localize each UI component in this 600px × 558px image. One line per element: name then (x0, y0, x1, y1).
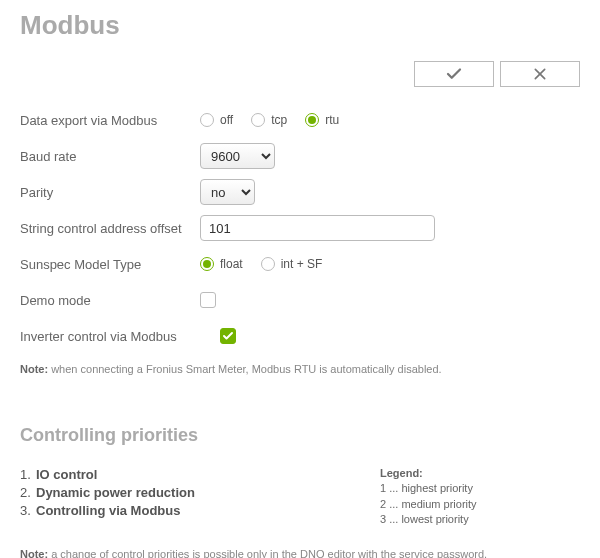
select-baud-rate[interactable]: 9600 (200, 143, 275, 169)
row-data-export: Data export via Modbus off tcp rtu (20, 107, 580, 133)
radio-label-rtu[interactable]: rtu (325, 113, 339, 127)
note-prefix: Note: (20, 363, 48, 375)
toolbar (20, 61, 580, 87)
page-title: Modbus (20, 10, 580, 41)
list-item: 3.Controlling via Modbus (20, 502, 195, 520)
label-demo-mode: Demo mode (20, 293, 200, 308)
priorities-list: 1.IO control 2.Dynamic power reduction 3… (20, 466, 195, 528)
radio-label-float[interactable]: float (220, 257, 243, 271)
label-sunspec: Sunspec Model Type (20, 257, 200, 272)
legend-line: 2 ... medium priority (380, 497, 580, 512)
label-string-offset: String control address offset (20, 221, 200, 236)
radio-sunspec-float-group[interactable]: float (200, 257, 253, 271)
radio-data-export-off-group[interactable]: off (200, 113, 243, 127)
row-string-offset: String control address offset (20, 215, 580, 241)
list-item: 2.Dynamic power reduction (20, 484, 195, 502)
checkbox-demo-mode[interactable] (200, 292, 216, 308)
row-baud-rate: Baud rate 9600 (20, 143, 580, 169)
priorities-block: 1.IO control 2.Dynamic power reduction 3… (20, 466, 580, 528)
check-icon (445, 65, 463, 83)
radio-label-off[interactable]: off (220, 113, 233, 127)
legend-line: 1 ... highest priority (380, 481, 580, 496)
row-parity: Parity no (20, 179, 580, 205)
radio-data-export-tcp[interactable] (251, 113, 265, 127)
label-parity: Parity (20, 185, 200, 200)
label-inverter-control: Inverter control via Modbus (20, 329, 220, 344)
radio-data-export-rtu-group[interactable]: rtu (305, 113, 349, 127)
radio-data-export-rtu[interactable] (305, 113, 319, 127)
radio-label-tcp[interactable]: tcp (271, 113, 287, 127)
note-priorities: Note: a change of control priorities is … (20, 548, 580, 558)
list-item: 1.IO control (20, 466, 195, 484)
row-sunspec: Sunspec Model Type float int + SF (20, 251, 580, 277)
label-baud-rate: Baud rate (20, 149, 200, 164)
modbus-form: Data export via Modbus off tcp rtu Baud … (20, 107, 580, 375)
label-data-export: Data export via Modbus (20, 113, 200, 128)
radio-sunspec-intsf[interactable] (261, 257, 275, 271)
close-icon (532, 66, 548, 82)
row-demo-mode: Demo mode (20, 287, 580, 313)
section-heading-priorities: Controlling priorities (20, 425, 580, 446)
note-text: a change of control priorities is possib… (48, 548, 487, 558)
note-modbus: Note: when connecting a Fronius Smart Me… (20, 363, 580, 375)
legend-line: 3 ... lowest priority (380, 512, 580, 527)
legend-title: Legend: (380, 466, 580, 481)
check-icon (222, 330, 234, 342)
row-inverter-control: Inverter control via Modbus (20, 323, 580, 349)
note-text: when connecting a Fronius Smart Meter, M… (48, 363, 442, 375)
note-prefix: Note: (20, 548, 48, 558)
radio-sunspec-float[interactable] (200, 257, 214, 271)
radio-data-export-tcp-group[interactable]: tcp (251, 113, 297, 127)
input-string-offset[interactable] (200, 215, 435, 241)
radio-sunspec-intsf-group[interactable]: int + SF (261, 257, 333, 271)
radio-label-intsf[interactable]: int + SF (281, 257, 323, 271)
select-parity[interactable]: no (200, 179, 255, 205)
cancel-button[interactable] (500, 61, 580, 87)
checkbox-inverter-control[interactable] (220, 328, 236, 344)
apply-button[interactable] (414, 61, 494, 87)
radio-data-export-off[interactable] (200, 113, 214, 127)
priorities-legend: Legend: 1 ... highest priority 2 ... med… (380, 466, 580, 528)
